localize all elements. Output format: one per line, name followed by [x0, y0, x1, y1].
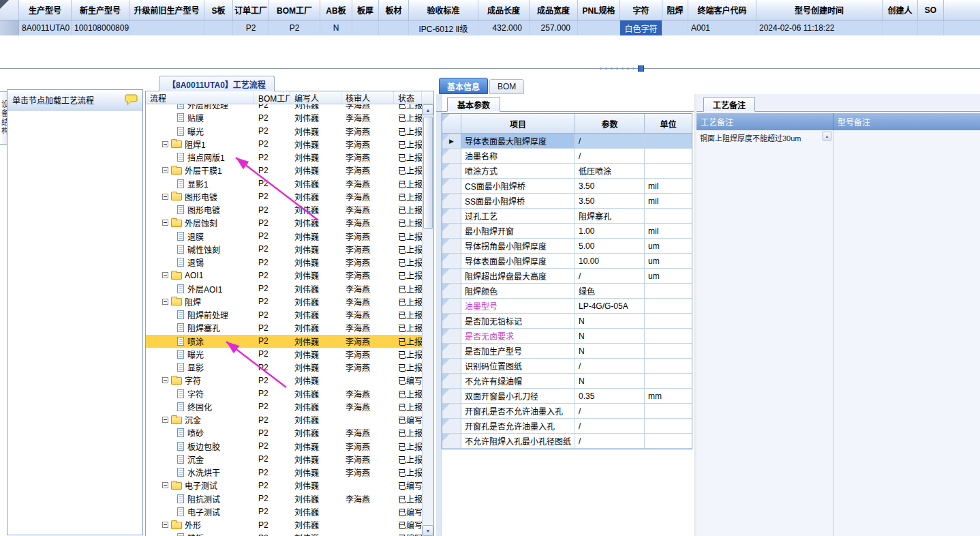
param-value-cell[interactable]: 10.00 — [575, 254, 645, 269]
flow-node-step[interactable]: 终固化P2刘伟巍李海燕已上报 — [146, 400, 422, 413]
param-unit-cell[interactable] — [645, 404, 692, 419]
param-unit-cell[interactable]: um — [645, 269, 692, 284]
param-value-cell[interactable]: 0.35 — [575, 389, 645, 404]
param-item-cell[interactable]: 双面开窗最小孔刀径 — [461, 389, 575, 404]
summary-cell[interactable] — [129, 20, 204, 35]
param-item-cell[interactable]: 不允许有绿油帽 — [461, 374, 575, 389]
col-status[interactable]: 状态 — [394, 91, 422, 104]
summary-col-header[interactable]: 阻焊 — [662, 0, 688, 20]
param-row[interactable]: 油墨名称/ — [442, 149, 692, 164]
param-row[interactable]: 识别码位置图纸/ — [442, 359, 692, 374]
col-reviewer[interactable]: 核审人 — [341, 91, 394, 104]
param-row-marker[interactable] — [442, 269, 461, 284]
summary-col-header[interactable]: 验收标准 — [409, 0, 478, 20]
param-row-marker[interactable] — [442, 374, 461, 389]
param-item-cell[interactable]: 过孔工艺 — [461, 209, 575, 224]
flow-node-folder[interactable]: 阻焊1P2刘伟巍李海燕已上报 — [146, 138, 422, 151]
param-unit-cell[interactable] — [645, 419, 692, 434]
param-row-marker[interactable] — [442, 419, 461, 434]
param-row[interactable]: 阻焊超出焊盘最大高度/um — [442, 269, 692, 284]
row-marker-cell[interactable] — [0, 20, 19, 35]
flow-node-folder[interactable]: 电子测试P2刘伟巍已编写 — [146, 479, 422, 492]
param-value-cell[interactable]: 阻焊塞孔 — [575, 209, 645, 224]
scroll-thumb[interactable] — [423, 117, 433, 229]
flow-node-step[interactable]: 图形电镀P2刘伟巍李海燕已上报 — [146, 203, 422, 216]
param-row-marker[interactable] — [442, 164, 461, 179]
summary-col-header[interactable]: 型号创建时间 — [756, 0, 883, 20]
param-row-marker[interactable] — [442, 344, 461, 359]
param-row-marker[interactable] — [442, 194, 461, 209]
param-row[interactable]: 导体表面最小阻焊厚度10.00um — [442, 254, 692, 269]
param-row-marker[interactable] — [442, 404, 461, 419]
summary-cell[interactable] — [578, 20, 620, 35]
flow-node-step[interactable]: 曝光P2刘伟巍李海燕已上报 — [146, 348, 422, 361]
param-value-cell[interactable]: / — [575, 404, 645, 419]
param-row[interactable]: 不允许有绿油帽N — [442, 374, 692, 389]
param-item-cell[interactable]: 开窗孔是否允许油墨入孔 — [461, 419, 575, 434]
param-row-marker[interactable] — [442, 149, 461, 164]
param-unit-cell[interactable]: mil — [645, 224, 692, 239]
summary-col-header[interactable]: 字符 — [620, 0, 662, 20]
flow-node-step[interactable]: 板边包胶P2刘伟巍李海燕已上报 — [146, 440, 422, 453]
flow-node-folder[interactable]: 阻焊P2刘伟巍李海燕已上报 — [146, 295, 422, 308]
param-unit-cell[interactable] — [645, 314, 692, 329]
param-item-cell[interactable]: 油墨名称 — [461, 149, 575, 164]
summary-col-header[interactable]: 成品宽度 — [530, 0, 578, 20]
param-value-cell[interactable]: 3.50 — [575, 179, 645, 194]
flow-node-step[interactable]: 曝光P2刘伟巍李海燕已上报 — [146, 125, 422, 138]
param-row[interactable]: ▶导体表面最大阻焊厚度/ — [442, 134, 692, 149]
flow-node-folder[interactable]: 图形电镀P2刘伟巍李海燕已上报 — [146, 190, 422, 203]
summary-col-header[interactable]: AB板 — [320, 0, 352, 20]
col-parameter[interactable]: 参数 — [575, 114, 645, 133]
summary-cell[interactable]: 10010800080944 — [72, 20, 129, 35]
flow-node-step[interactable]: 退膜P2刘伟巍李海燕已上报 — [146, 230, 422, 243]
param-row[interactable]: 开窗孔是否允许油墨入孔/ — [442, 419, 692, 434]
flow-node-step[interactable]: 外层前处理P2刘伟巍李海燕已上报 — [146, 104, 422, 111]
param-item-cell[interactable]: 最小阻焊开窗 — [461, 224, 575, 239]
summary-col-header[interactable]: 新生产型号 — [72, 0, 129, 20]
flow-node-step[interactable]: 喷涂P2刘伟巍李海燕已上报 — [146, 335, 422, 348]
col-writer[interactable]: 编写人 — [290, 91, 341, 104]
flow-node-step[interactable]: 阻焊塞孔P2刘伟巍李海燕已上报 — [146, 321, 422, 334]
summary-cell[interactable] — [883, 20, 918, 35]
flow-node-step[interactable]: 电子测试P2刘伟巍已编写 — [146, 505, 422, 518]
param-value-cell[interactable]: / — [575, 359, 645, 374]
flow-node-step[interactable]: 喷砂P2刘伟巍李海燕已上报 — [146, 426, 422, 439]
summary-cell[interactable]: 8A0011UTA0 — [19, 20, 72, 35]
summary-cell[interactable]: 257.000 — [530, 20, 578, 35]
param-item-cell[interactable]: 是否加生产型号 — [461, 344, 575, 359]
param-value-cell[interactable]: 1.00 — [575, 224, 645, 239]
summary-cell[interactable]: 2024-02-06 11:18:22 — [756, 20, 883, 35]
param-row[interactable]: 导体拐角最小阻焊厚度5.00um — [442, 239, 692, 254]
col-flow[interactable]: 流程 — [146, 91, 254, 104]
model-note-cell[interactable] — [833, 130, 980, 536]
summary-cell[interactable] — [379, 20, 409, 35]
tab-bom[interactable]: BOM — [489, 79, 524, 94]
flow-scrollbar[interactable]: ▲ ▼ — [422, 104, 433, 536]
flow-node-step[interactable]: 字符P2刘伟巍李海燕已上报 — [146, 387, 422, 400]
summary-col-header[interactable]: 升级前旧生产型号 — [129, 0, 204, 20]
param-row[interactable]: 阻焊颜色绿色 — [442, 284, 692, 299]
summary-col-header[interactable]: 终端客户代码 — [688, 0, 756, 20]
flow-node-folder[interactable]: 字符P2刘伟巍已编写 — [146, 374, 422, 387]
param-unit-cell[interactable] — [645, 299, 692, 314]
tab-basic-params[interactable]: 基本参数 — [447, 97, 500, 112]
param-value-cell[interactable]: N — [575, 374, 645, 389]
param-value-cell[interactable]: / — [575, 434, 645, 449]
param-item-cell[interactable]: 导体表面最大阻焊厚度 — [461, 134, 575, 149]
flow-node-step[interactable]: 阻抗测试P2刘伟巍李海燕已上报 — [146, 492, 422, 505]
param-row-marker[interactable] — [442, 359, 461, 374]
col-item[interactable]: 项目 — [461, 114, 575, 133]
col-bom-factory[interactable]: BOM工厂 — [254, 91, 290, 104]
param-value-cell[interactable]: LP-4G/G-05A — [575, 299, 645, 314]
summary-col-header[interactable]: 创建人 — [883, 0, 918, 20]
flow-node-step[interactable]: 退锡P2刘伟巍李海燕已上报 — [146, 256, 422, 269]
summary-cell[interactable]: 白色字符 — [620, 20, 662, 35]
param-row[interactable]: 是否加生产型号N — [442, 344, 692, 359]
param-item-cell[interactable]: 油墨型号 — [461, 299, 575, 314]
param-row-marker[interactable]: ▶ — [442, 134, 461, 149]
summary-cell[interactable]: A001 — [688, 20, 756, 35]
summary-cell[interactable] — [918, 20, 944, 35]
hint-panel-body[interactable] — [7, 110, 142, 535]
flow-node-step[interactable]: 挡点网版1P2刘伟巍李海燕已上报 — [146, 151, 422, 164]
